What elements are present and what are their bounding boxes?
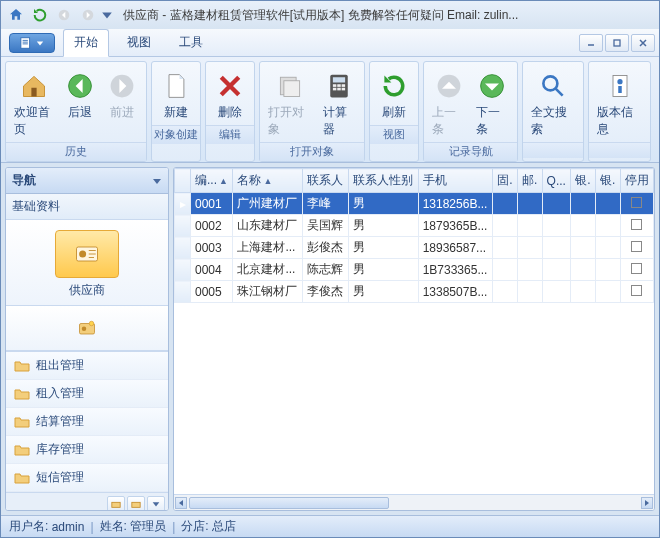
search-icon — [537, 70, 569, 102]
refresh-button[interactable]: 刷新 — [374, 68, 414, 123]
new-button[interactable]: 新建 — [156, 68, 196, 123]
col-c11[interactable]: 停用 — [620, 169, 653, 193]
ribbon-group-create: 新建 对象创建 — [151, 61, 201, 162]
next-record-button[interactable]: 下一条 — [472, 68, 513, 140]
content: 导航 基础资料 供应商 租出管理租入管理结算管理库存管理短信管理 — [5, 167, 655, 511]
svg-rect-8 — [284, 81, 300, 97]
titlebar: 供应商 - 蓝格建材租赁管理软件[试用版本] 免费解答任何疑问 Email: z… — [1, 1, 659, 29]
col-phone[interactable]: 手机 — [418, 169, 493, 193]
nav-secondary-icon[interactable] — [6, 306, 168, 351]
status-branch: 总店 — [212, 518, 236, 535]
tab-view[interactable]: 视图 — [117, 29, 161, 57]
grid-header-row: 编...▲ 名称▲ 联系人 联系人性别 手机 固. 邮. Q... 银. 银. … — [175, 169, 654, 193]
open-object-button: 打开对象 — [264, 68, 317, 140]
chevron-down-icon — [152, 176, 162, 186]
fulltext-search-button[interactable]: 全文搜索 — [527, 68, 580, 140]
scroll-thumb[interactable] — [189, 497, 389, 509]
refresh-icon[interactable] — [29, 4, 51, 26]
scroll-right-icon[interactable] — [641, 497, 653, 509]
col-indicator[interactable] — [175, 169, 191, 193]
table-row[interactable]: 0004北京建材...陈志辉男1B733365... — [175, 259, 654, 281]
arrow-up-disabled-icon — [433, 70, 465, 102]
tab-start[interactable]: 开始 — [63, 29, 109, 57]
scroll-left-icon[interactable] — [175, 497, 187, 509]
document-icon — [160, 70, 192, 102]
svg-rect-22 — [618, 86, 622, 93]
svg-point-24 — [79, 251, 86, 258]
calculator-button[interactable]: 计算器 — [319, 68, 360, 140]
ribbon-group-edit: 删除 编辑 — [205, 61, 255, 162]
col-c8[interactable]: Q... — [542, 169, 571, 193]
app-window: 供应商 - 蓝格建材租赁管理软件[试用版本] 免费解答任何疑问 Email: z… — [0, 0, 660, 538]
table-row[interactable]: 0002山东建材厂吴国辉男1879365B... — [175, 215, 654, 237]
svg-rect-28 — [112, 502, 120, 507]
svg-rect-29 — [132, 502, 140, 507]
nav-header[interactable]: 导航 — [6, 168, 168, 194]
horizontal-scrollbar[interactable] — [174, 494, 654, 510]
forward-button: 前进 — [102, 68, 142, 140]
stack-icon — [274, 70, 306, 102]
col-contact[interactable]: 联系人 — [303, 169, 349, 193]
info-icon — [604, 70, 636, 102]
nav-item-4[interactable]: 短信管理 — [6, 464, 168, 492]
home-icon[interactable] — [5, 4, 27, 26]
grid-panel: 编...▲ 名称▲ 联系人 联系人性别 手机 固. 邮. Q... 银. 银. … — [173, 167, 655, 511]
svg-point-26 — [82, 327, 87, 332]
col-c9[interactable]: 银. — [571, 169, 596, 193]
col-name[interactable]: 名称▲ — [233, 169, 303, 193]
nav-item-2[interactable]: 结算管理 — [6, 408, 168, 436]
refresh-icon — [378, 70, 410, 102]
delete-button[interactable]: 删除 — [210, 68, 250, 123]
ribbon-group-search: 全文搜索 — [522, 61, 585, 162]
nav-section-basic[interactable]: 基础资料 — [6, 194, 168, 220]
nav-footer-btn-3[interactable] — [147, 496, 165, 511]
back-button[interactable]: 后退 — [60, 68, 100, 140]
statusbar: 用户名: admin | 姓名: 管理员 | 分店: 总店 — [1, 515, 659, 537]
col-c7[interactable]: 邮. — [517, 169, 542, 193]
status-name-label: 姓名: — [100, 518, 127, 535]
nav-supplier-card[interactable]: 供应商 — [6, 220, 168, 306]
home-button[interactable]: 欢迎首页 — [10, 68, 58, 140]
app-menu-button[interactable] — [9, 33, 55, 53]
table-row[interactable]: 0005珠江钢材厂李俊杰男1338507B... — [175, 281, 654, 303]
version-info-button[interactable]: 版本信息 — [593, 68, 646, 140]
maximize-button[interactable] — [605, 34, 629, 52]
col-id[interactable]: 编...▲ — [191, 169, 233, 193]
forward-disabled-icon — [77, 4, 99, 26]
nav-item-3[interactable]: 库存管理 — [6, 436, 168, 464]
svg-point-21 — [617, 79, 622, 84]
svg-rect-12 — [338, 84, 342, 87]
svg-rect-10 — [333, 77, 345, 82]
data-grid[interactable]: 编...▲ 名称▲ 联系人 联系人性别 手机 固. 邮. Q... 银. 银. … — [174, 168, 654, 303]
minimize-button[interactable] — [579, 34, 603, 52]
arrow-left-icon — [64, 70, 96, 102]
x-icon — [214, 70, 246, 102]
tab-tools[interactable]: 工具 — [169, 29, 213, 57]
back-disabled-icon — [53, 4, 75, 26]
dropdown-icon[interactable] — [101, 4, 113, 26]
col-gender[interactable]: 联系人性别 — [348, 169, 418, 193]
ribbon-group-history: 欢迎首页 后退 前进 历史 — [5, 61, 147, 162]
nav-item-0[interactable]: 租出管理 — [6, 352, 168, 380]
svg-rect-14 — [333, 88, 337, 91]
col-c6[interactable]: 固. — [493, 169, 518, 193]
window-title: 供应商 - 蓝格建材租赁管理软件[试用版本] 免费解答任何疑问 Email: z… — [123, 7, 518, 24]
menu-row: 开始 视图 工具 — [1, 29, 659, 57]
close-button[interactable] — [631, 34, 655, 52]
status-name: 管理员 — [130, 518, 166, 535]
house-icon — [18, 70, 50, 102]
nav-footer-btn-2[interactable] — [127, 496, 145, 511]
svg-rect-13 — [342, 84, 346, 87]
col-c10[interactable]: 银. — [595, 169, 620, 193]
table-row[interactable]: 0003上海建材...彭俊杰男18936587... — [175, 237, 654, 259]
nav-footer — [6, 492, 168, 511]
svg-rect-15 — [338, 88, 342, 91]
svg-rect-16 — [342, 88, 346, 91]
supplier-card-icon — [55, 230, 119, 278]
nav-footer-btn-1[interactable] — [107, 496, 125, 511]
nav-panel: 导航 基础资料 供应商 租出管理租入管理结算管理库存管理短信管理 — [5, 167, 169, 511]
nav-item-1[interactable]: 租入管理 — [6, 380, 168, 408]
table-row[interactable]: ▸0001广州建材厂李峰男1318256B... — [175, 193, 654, 215]
status-user: admin — [52, 520, 85, 534]
ribbon-group-version: 版本信息 — [588, 61, 651, 162]
